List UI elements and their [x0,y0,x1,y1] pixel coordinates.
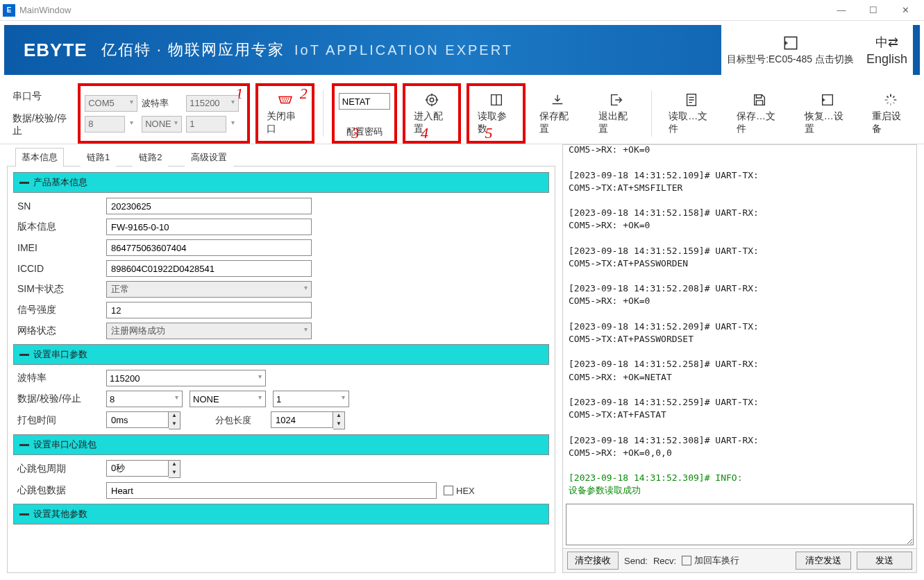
gear-icon [423,92,440,108]
crlf-checkbox[interactable]: 加回车换行 [682,554,739,567]
save-config-button[interactable]: 保存配置 [531,83,585,144]
toolbar: 串口号 数据/校验/停止 1 波特率 2 关闭串口 配置密码 3 进入配置 4 [0,79,924,144]
signal-label: 信号强度 [17,304,99,316]
log-line: [2023-09-18 14:31:52.308]# UART-RX: [569,434,911,447]
enter-config-button[interactable]: 进入配置 4 [403,83,462,144]
section-serial-param[interactable]: 设置串口参数 [13,344,549,365]
baud-select[interactable] [186,95,239,112]
packlen-spinner[interactable]: ▲▼ [271,411,345,429]
section-heartbeat[interactable]: 设置串口心跳包 [13,434,549,455]
packtime-spinner[interactable]: ▲▼ [106,411,180,429]
recv-counter-label: Recv: [653,556,676,566]
clear-send-button[interactable]: 清空发送 [796,552,851,570]
imei-input[interactable] [106,239,312,256]
spin-up-icon[interactable]: ▲ [169,412,180,420]
send-textarea[interactable] [566,504,914,545]
log-line: COM5->RX: +OK=0 [569,145,911,156]
target-model-button[interactable]: 目标型号:EC05-485 点击切换 [727,34,854,66]
tab-link2[interactable]: 链路2 [133,148,168,167]
close-button[interactable]: ✕ [889,1,921,20]
spin-up-icon[interactable]: ▲ [169,461,180,469]
log-output[interactable]: [2023-09-18 14:31:52.108]# UART-RX:COM5-… [563,145,916,501]
parity-select[interactable] [142,116,182,133]
databits-select[interactable] [85,116,125,133]
sim-status-select[interactable] [106,281,312,298]
left-panel: 基本信息 链路1 链路2 高级设置 产品基本信息 SN 版本信息 IMEI IC… [7,144,555,573]
serial-port-icon [277,92,294,108]
version-input[interactable] [106,219,312,235]
tab-basic-info[interactable]: 基本信息 [15,148,64,167]
log-line: 设备参数读取成功 [569,484,911,497]
tab-link1[interactable]: 链路1 [81,148,116,167]
log-line [569,156,911,169]
net-status-select[interactable] [106,323,312,339]
read-file-label: 读取…文件 [669,110,714,135]
spin-down-icon[interactable]: ▼ [169,420,180,429]
section-other[interactable]: 设置其他参数 [13,504,549,524]
packtime-input[interactable] [106,411,169,428]
iccid-label: ICCID [17,263,99,274]
annotation-4: 4 [421,124,443,142]
signal-input[interactable] [106,302,312,318]
section-product-info[interactable]: 产品基本信息 [13,172,549,193]
sn-input[interactable] [106,198,312,214]
parity2-select[interactable] [190,391,266,407]
send-button[interactable]: 发送 [857,552,912,570]
hbperiod-spinner[interactable]: ▲▼ [106,460,180,478]
packtime-label: 打包时间 [17,414,99,427]
svg-line-21 [887,102,888,103]
svg-point-10 [287,100,288,101]
baud2-select[interactable] [106,370,266,386]
exit-config-button[interactable]: 退出配置 [590,83,644,144]
stopbits-select[interactable] [186,116,226,133]
save-file-button[interactable]: 保存…文件 [728,83,791,144]
config-password-input[interactable] [339,93,390,110]
iccid-input[interactable] [106,260,312,277]
log-line: COM5->TX:AT+PASSWORDEN [569,257,911,270]
config-password-group: 配置密码 3 [332,83,397,144]
spin-up-icon[interactable]: ▲ [333,412,344,420]
hbdata-input[interactable] [106,482,437,499]
log-line: [2023-09-18 14:31:52.259]# UART-TX: [569,396,911,409]
log-line: COM5->TX:AT+FASTAT [569,409,911,421]
hbperiod-input[interactable] [106,460,169,477]
svg-line-22 [893,96,894,97]
packlen-input[interactable] [271,411,333,428]
stop2-select[interactable] [273,391,349,407]
svg-point-5 [283,98,285,99]
annotation-3: 3 [351,124,377,142]
reboot-button[interactable]: 重启设备 [864,83,917,144]
dps2-label: 数据/校验/停止 [17,393,99,405]
close-serial-button[interactable]: 2 关闭串口 [255,83,314,144]
file-read-icon [683,92,700,108]
svg-line-20 [893,102,894,103]
main: 基本信息 链路1 链路2 高级设置 产品基本信息 SN 版本信息 IMEI IC… [0,144,924,580]
read-file-button[interactable]: 读取…文件 [660,83,723,144]
restore-label: 恢复…设置 [805,110,850,135]
spin-down-icon[interactable]: ▼ [169,469,180,477]
tab-advanced[interactable]: 高级设置 [185,148,233,167]
lang-label: English [866,52,907,67]
language-button[interactable]: 中⇄ English [866,34,907,67]
spin-down-icon[interactable]: ▼ [333,420,344,429]
log-line [569,270,911,282]
hex-label: HEX [456,486,475,496]
serial-labels: 串口号 数据/校验/停止 [7,83,72,144]
log-line [569,384,911,396]
loading-icon [882,92,899,108]
clear-recv-button[interactable]: 清空接收 [567,552,619,570]
lang-icon: 中⇄ [875,34,898,51]
com-port-select[interactable] [85,95,137,112]
maximize-button[interactable]: ☐ [857,1,889,20]
baud2-label: 波特率 [17,372,99,384]
data2-select[interactable] [106,391,183,407]
read-params-button[interactable]: 读取参数 5 [467,83,526,144]
minimize-button[interactable]: — [825,1,857,20]
log-line: COM5->RX: +OK=0,0,0 [569,447,911,459]
hex-checkbox[interactable]: HEX [444,486,475,496]
hbdata-label: 心跳包数据 [17,484,99,497]
banner-tagline-cn: 亿佰特 · 物联网应用专家 [101,40,285,60]
log-line [569,346,911,358]
log-line [569,232,911,245]
restore-button[interactable]: 恢复…设置 [796,83,859,144]
